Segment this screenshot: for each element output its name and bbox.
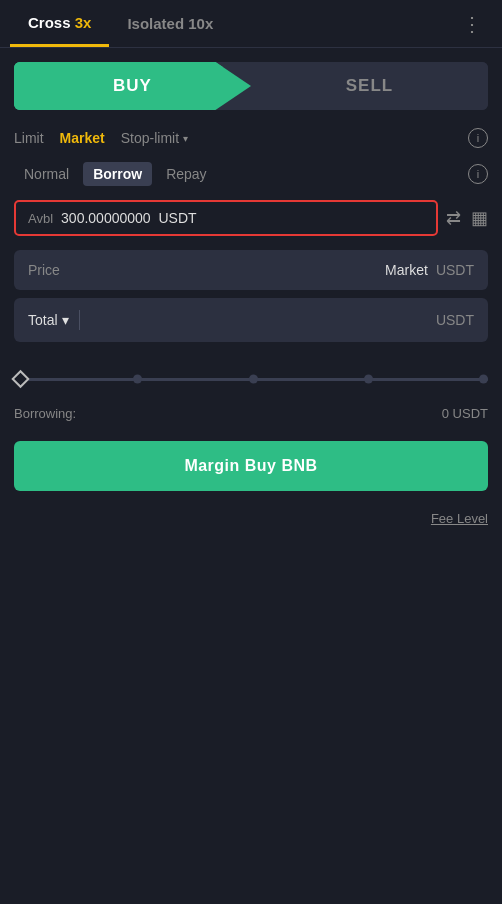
tab-isolated-label: Isolated	[127, 15, 184, 32]
slider-ticks	[14, 373, 488, 386]
slider-track	[14, 378, 488, 381]
stop-limit-arrow: ▾	[183, 133, 188, 144]
mode-info-icon[interactable]: i	[468, 164, 488, 184]
price-input[interactable]: Price Market USDT	[14, 250, 488, 290]
tab-cross[interactable]: Cross 3x	[10, 0, 109, 47]
borrowing-label: Borrowing:	[14, 406, 76, 421]
mode-row: Normal Borrow Repay i	[0, 154, 502, 194]
total-dropdown[interactable]: Total ▾	[28, 312, 69, 328]
swap-icon[interactable]: ⇄	[446, 207, 461, 229]
price-value: Market	[385, 262, 428, 278]
total-row: Total ▾ USDT	[0, 298, 502, 350]
tab-cross-multiplier: 3x	[75, 14, 92, 31]
amount-slider[interactable]	[14, 364, 488, 394]
calculator-icon[interactable]: ▦	[471, 207, 488, 229]
price-row: Price Market USDT	[0, 242, 502, 298]
available-balance-row: Avbl 300.00000000 USDT ⇄ ▦	[0, 194, 502, 242]
fee-level-link[interactable]: Fee Level	[431, 511, 488, 526]
slider-tick-75	[364, 375, 373, 384]
fee-level-row: Fee Level	[0, 505, 502, 540]
slider-thumb	[11, 370, 29, 388]
total-input[interactable]: Total ▾ USDT	[14, 298, 488, 342]
order-info-icon[interactable]: i	[468, 128, 488, 148]
avbl-currency: USDT	[159, 210, 197, 226]
mode-borrow[interactable]: Borrow	[83, 162, 152, 186]
slider-tick-100	[479, 375, 488, 384]
avbl-action-icons: ⇄ ▦	[446, 207, 488, 229]
total-divider	[79, 310, 81, 330]
stop-limit-label: Stop-limit	[121, 130, 179, 146]
total-currency: USDT	[436, 312, 474, 328]
total-arrow: ▾	[62, 312, 69, 328]
borrowing-value: 0 USDT	[442, 406, 488, 421]
total-label: Total	[28, 312, 58, 328]
buy-button[interactable]: BUY	[14, 62, 251, 110]
mode-normal[interactable]: Normal	[14, 162, 79, 186]
slider-tick-25	[133, 375, 142, 384]
tab-isolated-multiplier: 10x	[188, 15, 213, 32]
slider-section	[0, 350, 502, 400]
avbl-label: Avbl	[28, 211, 53, 226]
price-currency: USDT	[436, 262, 474, 278]
more-menu-button[interactable]: ⋮	[452, 2, 492, 46]
tab-isolated[interactable]: Isolated 10x	[109, 1, 231, 46]
tab-bar: Cross 3x Isolated 10x ⋮	[0, 0, 502, 48]
order-type-row: Limit Market Stop-limit ▾ i	[0, 118, 502, 154]
avbl-amount: 300.00000000	[61, 210, 151, 226]
available-balance-box: Avbl 300.00000000 USDT	[14, 200, 438, 236]
buy-sell-toggle: BUY SELL	[14, 62, 488, 110]
tab-cross-label: Cross	[28, 14, 71, 31]
order-type-stop-limit[interactable]: Stop-limit ▾	[121, 130, 188, 146]
buy-sell-section: BUY SELL	[0, 48, 502, 118]
slider-tick-50	[249, 375, 258, 384]
avbl-value: 300.00000000 USDT	[61, 210, 197, 226]
order-type-market[interactable]: Market	[60, 130, 105, 146]
price-label: Price	[28, 262, 385, 278]
margin-buy-button[interactable]: Margin Buy BNB	[14, 441, 488, 491]
borrowing-row: Borrowing: 0 USDT	[0, 400, 502, 433]
order-type-limit[interactable]: Limit	[14, 130, 44, 146]
mode-repay[interactable]: Repay	[156, 162, 216, 186]
action-section: Margin Buy BNB	[0, 433, 502, 505]
sell-button[interactable]: SELL	[251, 62, 488, 110]
